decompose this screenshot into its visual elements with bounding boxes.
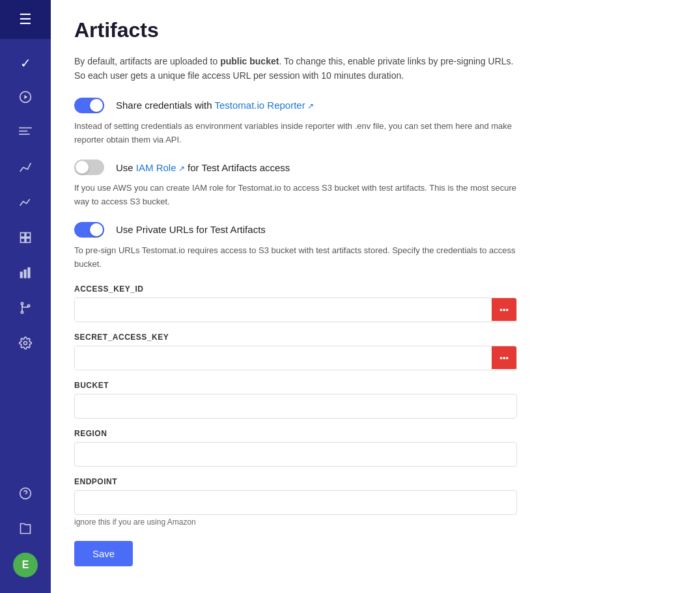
access-key-id-input[interactable]: [75, 298, 492, 322]
iam-role-link[interactable]: IAM Role: [136, 162, 185, 173]
sidebar-item-branch[interactable]: [0, 292, 51, 327]
endpoint-label: ENDPOINT: [74, 477, 677, 486]
svg-line-5: [20, 167, 23, 172]
sidebar-item-analytics[interactable]: [0, 186, 51, 221]
svg-line-6: [23, 167, 28, 169]
sidebar-item-files[interactable]: [0, 512, 51, 547]
intro-description: By default, artifacts are uploaded to pu…: [74, 54, 517, 83]
menu-button[interactable]: ☰: [0, 0, 51, 39]
bar-chart-icon: [19, 266, 32, 283]
svg-point-15: [21, 302, 23, 304]
endpoint-input[interactable]: [74, 490, 517, 515]
private-urls-description: To pre-sign URLs Testomat.io requires ac…: [74, 244, 517, 271]
avatar[interactable]: E: [13, 553, 38, 577]
iam-role-row: Use IAM Role for Test Artifacts access: [74, 159, 677, 175]
hamburger-icon: ☰: [19, 11, 32, 28]
svg-rect-9: [26, 232, 31, 237]
sidebar-item-help[interactable]: [0, 477, 51, 512]
svg-rect-8: [21, 232, 25, 237]
region-label: REGION: [74, 429, 677, 438]
sidebar-bottom: E: [0, 477, 51, 593]
svg-rect-3: [19, 130, 27, 131]
bucket-input[interactable]: [74, 394, 517, 419]
svg-marker-1: [24, 94, 27, 99]
sidebar-item-pipeline[interactable]: [0, 151, 51, 186]
svg-rect-13: [24, 269, 27, 278]
svg-rect-4: [19, 133, 29, 135]
save-button[interactable]: Save: [74, 541, 133, 566]
sidebar-item-barchart[interactable]: [0, 256, 51, 292]
play-icon: [19, 90, 32, 107]
svg-line-7: [27, 163, 31, 169]
sidebar-item-check[interactable]: ✓: [0, 46, 51, 81]
list-icon: [19, 126, 32, 141]
access-key-id-dots-button[interactable]: •••: [492, 298, 516, 321]
pipeline-icon: [19, 161, 32, 177]
sidebar-nav: ✓: [0, 39, 51, 477]
svg-rect-14: [27, 267, 30, 278]
iam-role-label: Use IAM Role for Test Artifacts access: [116, 162, 290, 173]
private-urls-row: Use Private URLs for Test Artifacts: [74, 222, 677, 238]
sidebar-item-play[interactable]: [0, 81, 51, 116]
sidebar-item-settings[interactable]: [0, 327, 51, 362]
svg-point-16: [21, 311, 23, 313]
sidebar-item-list[interactable]: [0, 116, 51, 151]
gear-icon: [19, 337, 32, 353]
help-icon: [19, 487, 32, 503]
analytics-icon: [19, 196, 32, 212]
main-content: Artifacts By default, artifacts are uplo…: [51, 0, 700, 593]
files-icon: [19, 522, 32, 538]
share-credentials-description: Instead of setting credentials as enviro…: [74, 120, 517, 147]
secret-access-key-label: SECRET_ACCESS_KEY: [74, 333, 677, 342]
testomat-reporter-link[interactable]: Testomat.io Reporter: [214, 100, 314, 111]
iam-role-description: If you use AWS you can create IAM role f…: [74, 182, 517, 209]
secret-access-key-dots-button[interactable]: •••: [492, 346, 516, 369]
sidebar-item-import[interactable]: [0, 221, 51, 256]
secret-access-key-input[interactable]: [75, 346, 492, 370]
svg-rect-2: [19, 127, 32, 128]
share-credentials-label: Share credentials with Testomat.io Repor…: [116, 100, 314, 111]
access-key-id-label: ACCESS_KEY_ID: [74, 284, 677, 294]
private-urls-label: Use Private URLs for Test Artifacts: [116, 224, 266, 235]
share-credentials-toggle[interactable]: [74, 98, 104, 113]
iam-role-toggle[interactable]: [74, 159, 104, 175]
page-title: Artifacts: [74, 18, 677, 42]
private-urls-toggle[interactable]: [74, 222, 104, 238]
access-key-id-field-row: •••: [74, 297, 517, 322]
svg-rect-10: [21, 238, 25, 242]
branch-icon: [19, 301, 32, 318]
svg-rect-11: [26, 238, 31, 242]
region-input[interactable]: [74, 442, 517, 467]
svg-rect-12: [20, 271, 23, 278]
import-icon: [19, 231, 32, 247]
share-credentials-row: Share credentials with Testomat.io Repor…: [74, 98, 677, 113]
bucket-label: BUCKET: [74, 381, 677, 390]
secret-access-key-field-row: •••: [74, 346, 517, 370]
endpoint-note: ignore this if you are using Amazon: [74, 517, 677, 527]
check-icon: ✓: [20, 55, 31, 71]
sidebar: ☰ ✓: [0, 0, 51, 593]
svg-point-19: [24, 341, 27, 344]
